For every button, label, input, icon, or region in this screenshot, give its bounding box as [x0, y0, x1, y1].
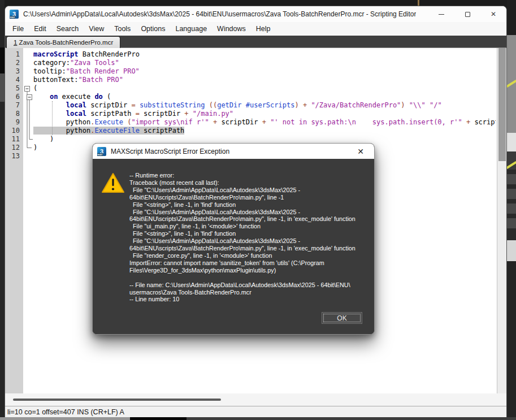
menu-item-file[interactable]: File: [7, 23, 29, 34]
error-message-line: -- Runtime error:: [129, 172, 368, 179]
fold-margin: [23, 48, 33, 393]
dialog-title: MAXScript MacroScript Error Exception: [111, 148, 229, 155]
error-message-line: 64bit\ENU\scripts\Zava\BatchRenderPro\ma…: [129, 245, 368, 252]
code-line[interactable]: local scriptPath = scriptDir + "/main.py…: [33, 110, 496, 118]
code-line[interactable]: python.Execute ("import sys\nif r'" + sc…: [33, 118, 496, 127]
tab-bar: 1 Zava Tools-BatchRenderPro.mcr: [5, 36, 506, 48]
error-message-line: File "ui_main.py", line -1, in '<module>…: [129, 223, 368, 230]
line-number: 5: [5, 84, 23, 93]
line-number: 10: [5, 127, 23, 135]
close-icon: ✕: [491, 11, 496, 18]
app-icon-max-label: MAX: [10, 16, 15, 19]
dialog-title-bar: 3 MAX MAXScript MacroScript Error Except…: [93, 144, 374, 159]
menubar: FileEditSearchViewToolsOptionsLanguageWi…: [5, 22, 506, 36]
line-number: 8: [5, 110, 23, 118]
title-bar: 3 MAX C:\Users\Admin\AppData\Local\Autod…: [5, 6, 506, 22]
menu-item-search[interactable]: Search: [51, 23, 84, 34]
maxscript-error-dialog: 3 MAX MAXScript MacroScript Error Except…: [92, 143, 375, 335]
code-line[interactable]: buttonText:"Batch PRO": [33, 76, 496, 84]
background-bottom-strip: [0, 417, 130, 420]
line-number: 6: [5, 93, 23, 101]
dialog-close-button[interactable]: ✕: [353, 144, 368, 159]
error-message-line: -- File name: C:\Users\Admin\AppData\Loc…: [129, 282, 368, 289]
dialog-body: -- Runtime error:Traceback (most recent …: [93, 159, 374, 335]
error-message-line: File "<string>", line -1, in 'find' func…: [129, 230, 368, 237]
line-number: 9: [5, 118, 23, 127]
code-line[interactable]: on execute do (: [33, 93, 496, 101]
window-controls: ✕: [428, 6, 506, 22]
vertical-scrollbar-thumb[interactable]: [498, 48, 506, 161]
ok-button[interactable]: OK: [322, 312, 362, 324]
code-line[interactable]: (: [33, 84, 496, 93]
error-message-line: Traceback (most recent call last):: [129, 179, 368, 187]
background-top-mark: [418, 0, 419, 6]
3dsmax-dialog-icon: 3 MAX: [97, 147, 106, 156]
line-number: 11: [5, 135, 23, 144]
line-number: 12: [5, 144, 23, 152]
menu-item-language[interactable]: Language: [170, 23, 212, 34]
line-number: 3: [5, 67, 23, 76]
dialog-close-icon: ✕: [357, 147, 364, 156]
line-number: 7: [5, 101, 23, 110]
menu-item-view[interactable]: View: [84, 23, 109, 34]
3dsmax-app-icon: 3 MAX: [10, 10, 19, 19]
error-message-line: usermacros\Zava Tools-BatchRenderPro.mcr: [129, 289, 368, 296]
error-message-line: ImportError: cannot import name 'sanitiz…: [129, 259, 368, 267]
error-message-line: File "C:\Users\Admin\AppData\Local\Autod…: [129, 187, 368, 194]
error-message-line: 64bit\ENU\scripts\Zava\BatchRenderPro\ma…: [129, 215, 368, 223]
code-line[interactable]: tooltip:"Batch Render PRO": [33, 67, 496, 76]
editor-right-edge: [506, 48, 507, 393]
vertical-scrollbar[interactable]: [497, 48, 506, 393]
error-message-line: [129, 274, 368, 282]
error-message-line: File "<string>", line -1, in 'find' func…: [129, 201, 368, 209]
minimize-icon: [439, 14, 444, 15]
warning-icon: [101, 172, 125, 194]
line-number: 2: [5, 59, 23, 67]
menu-item-edit[interactable]: Edit: [29, 23, 51, 34]
gutter: 12345678910111213: [5, 48, 23, 393]
background-left-strip: [0, 0, 5, 420]
menu-item-windows[interactable]: Windows: [212, 23, 251, 34]
indent-guide: [52, 101, 53, 135]
tab-label: Zava Tools-BatchRenderPro.mcr: [17, 39, 113, 46]
code-line[interactable]: python.ExecuteFile scriptPath: [33, 127, 496, 135]
maximize-button[interactable]: [454, 6, 480, 22]
window-title: C:\Users\Admin\AppData\Local\Autodesk\3d…: [23, 10, 416, 18]
status-bar: li=10 co=1 offset=407 INS (CR+LF) A: [5, 406, 506, 417]
background-bottom-strip: [187, 417, 516, 420]
background-bottom-strip: [130, 417, 187, 420]
horizontal-scrollbar[interactable]: [5, 393, 506, 406]
menu-item-tools[interactable]: Tools: [109, 23, 136, 34]
error-message-line: Files\Verge3D_for_3dsMax\python\maxPlugi…: [129, 267, 368, 274]
dialog-icon-max-label: MAX: [97, 153, 103, 156]
code-line[interactable]: local scriptDir = substituteString ((get…: [33, 101, 496, 110]
close-button[interactable]: ✕: [480, 6, 506, 22]
background-right-strip: [507, 0, 516, 420]
error-message-line: File "C:\Users\Admin\AppData\Local\Autod…: [129, 237, 368, 245]
error-message-line: -- Line number: 10: [129, 296, 368, 303]
horizontal-scrollbar-thumb[interactable]: [13, 399, 221, 401]
minimize-button[interactable]: [428, 6, 454, 22]
code-line[interactable]: ): [33, 135, 496, 144]
current-line-highlight: python.ExecuteFile scriptPath: [33, 127, 184, 135]
code-line[interactable]: macroScript BatchRenderPro: [33, 50, 496, 59]
line-number: 4: [5, 76, 23, 84]
menu-item-options[interactable]: Options: [136, 23, 170, 34]
error-message-line: File "render_core.py", line -1, in '<mod…: [129, 252, 368, 259]
tab-zava-tools-batchrenderpro[interactable]: 1 Zava Tools-BatchRenderPro.mcr: [6, 36, 120, 48]
error-message-line: File "C:\Users\Admin\AppData\Local\Autod…: [129, 209, 368, 216]
menu-item-help[interactable]: Help: [251, 23, 276, 34]
error-message: -- Runtime error:Traceback (most recent …: [129, 172, 368, 303]
status-text: li=10 co=1 offset=407 INS (CR+LF) A: [5, 408, 124, 416]
code-line[interactable]: category:"Zava Tools": [33, 59, 496, 67]
line-number: 1: [5, 50, 23, 59]
error-message-line: 64bit\ENU\scripts\Zava\BatchRenderPro\ma…: [129, 194, 368, 201]
maximize-icon: [465, 12, 470, 17]
line-number: 13: [5, 152, 23, 161]
